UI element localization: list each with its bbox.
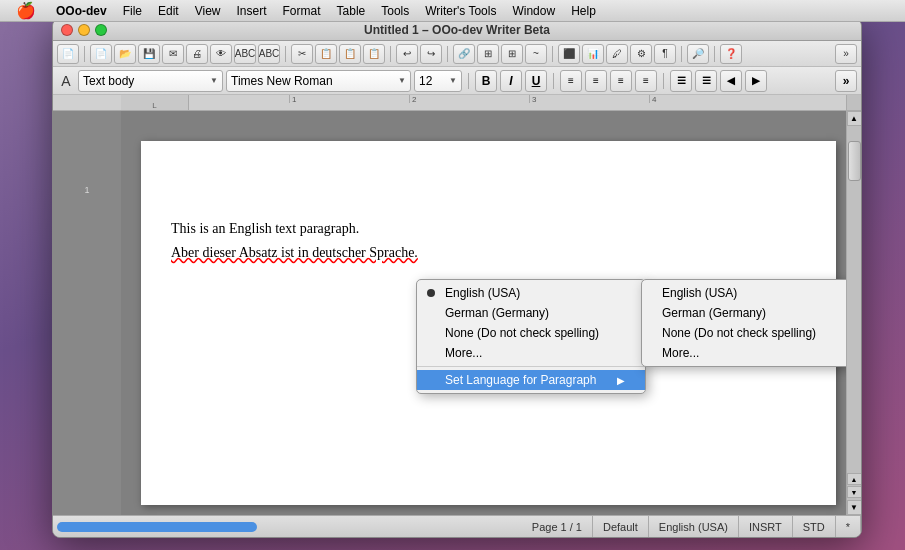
expand2-btn[interactable]: » <box>835 70 857 92</box>
mac-menubar: 🍎 OOo-dev File Edit View Insert Format T… <box>0 0 905 22</box>
menu-insert[interactable]: Insert <box>229 3 275 19</box>
size-dropdown[interactable]: 12 ▼ <box>414 70 462 92</box>
hyperlink-btn[interactable]: 🔗 <box>453 44 475 64</box>
insert2-btn[interactable]: 📊 <box>582 44 604 64</box>
sub-german-germany[interactable]: German (Germany) <box>642 303 846 323</box>
ctx-more-label: More... <box>445 346 482 360</box>
menu-edit[interactable]: Edit <box>150 3 187 19</box>
menu-tools[interactable]: Tools <box>373 3 417 19</box>
outdent-btn[interactable]: ◀ <box>720 70 742 92</box>
sub-more[interactable]: More... <box>642 343 846 363</box>
sep5 <box>552 46 553 62</box>
maximize-button[interactable] <box>95 24 107 36</box>
form-btn[interactable]: ⚙ <box>630 44 652 64</box>
sep8 <box>468 73 469 89</box>
sep2 <box>285 46 286 62</box>
bold-btn[interactable]: B <box>475 70 497 92</box>
ctx-none-spelling[interactable]: None (Do not check spelling) <box>417 323 645 343</box>
close-button[interactable] <box>61 24 73 36</box>
status-language: English (USA) <box>649 516 739 537</box>
expand-btn[interactable]: » <box>835 44 857 64</box>
sub-more-label: More... <box>662 346 699 360</box>
paste-btn[interactable]: 📋 <box>339 44 361 64</box>
scroll-thumb[interactable] <box>848 141 861 181</box>
para-btn[interactable]: ¶ <box>654 44 676 64</box>
redo-btn[interactable]: ↪ <box>420 44 442 64</box>
sub-none-spelling-label: None (Do not check spelling) <box>662 326 816 340</box>
email-btn[interactable]: ✉ <box>162 44 184 64</box>
vertical-scrollbar[interactable]: ▲ ▲ ▼ ▼ <box>846 111 861 515</box>
draw-btn[interactable]: 🖊 <box>606 44 628 64</box>
ruler-mark-4: 4 <box>649 95 656 103</box>
scroll-up-arrow[interactable]: ▲ <box>847 111 862 126</box>
ctx-set-language-label: Set Language for Paragraph <box>445 373 596 387</box>
numlist-btn[interactable]: ☰ <box>695 70 717 92</box>
font-dropdown-label: Times New Roman <box>231 74 333 88</box>
undo-btn[interactable]: ↩ <box>396 44 418 64</box>
ctx-german-germany[interactable]: German (Germany) <box>417 303 645 323</box>
open-btn[interactable]: 📂 <box>114 44 136 64</box>
toolbar-row-1: 📄 📄 📂 💾 ✉ 🖨 👁 ABC ABC ✂ 📋 📋 📋 ↩ ↪ 🔗 ⊞ ⊞ … <box>53 41 861 67</box>
underline-btn[interactable]: U <box>525 70 547 92</box>
align-center-btn[interactable]: ≡ <box>585 70 607 92</box>
tilde-btn[interactable]: ~ <box>525 44 547 64</box>
paste-special-btn[interactable]: 📋 <box>363 44 385 64</box>
insert-btn[interactable]: ⬛ <box>558 44 580 64</box>
status-progress <box>53 522 522 532</box>
find-btn[interactable]: 🔎 <box>687 44 709 64</box>
new-btn[interactable]: 📄 <box>90 44 112 64</box>
menu-view[interactable]: View <box>187 3 229 19</box>
scroll-up2-arrow[interactable]: ▲ <box>847 473 862 485</box>
window-controls <box>61 24 107 36</box>
titlebar: Untitled 1 – OOo-dev Writer Beta <box>53 19 861 41</box>
font-dropdown[interactable]: Times New Roman ▼ <box>226 70 411 92</box>
statusbar: Page 1 / 1 Default English (USA) INSRT S… <box>53 515 861 537</box>
table2-btn[interactable]: ⊞ <box>501 44 523 64</box>
progress-bar <box>57 522 257 532</box>
save-btn[interactable]: 💾 <box>138 44 160 64</box>
sub-none-spelling[interactable]: None (Do not check spelling) <box>642 323 846 343</box>
style-icon[interactable]: 📄 <box>57 44 79 64</box>
sep6 <box>681 46 682 62</box>
submenu-arrow-icon: ▶ <box>617 375 625 386</box>
table-btn[interactable]: ⊞ <box>477 44 499 64</box>
ctx-none-spelling-label: None (Do not check spelling) <box>445 326 599 340</box>
apple-menu[interactable]: 🍎 <box>8 0 44 21</box>
align-left-btn[interactable]: ≡ <box>560 70 582 92</box>
menu-window[interactable]: Window <box>504 3 563 19</box>
ctx-set-language[interactable]: Set Language for Paragraph ▶ <box>417 370 645 390</box>
sub-english-usa[interactable]: English (USA) <box>642 283 846 303</box>
german-paragraph: Aber dieser Absatz ist in deutscher Spra… <box>171 245 806 261</box>
align-justify-btn[interactable]: ≡ <box>635 70 657 92</box>
menu-help[interactable]: Help <box>563 3 604 19</box>
style-dropdown[interactable]: Text body ▼ <box>78 70 223 92</box>
size-dropdown-label: 12 <box>419 74 432 88</box>
scroll-down-arrow[interactable]: ▼ <box>847 500 862 515</box>
list-btn[interactable]: ☰ <box>670 70 692 92</box>
minimize-button[interactable] <box>78 24 90 36</box>
preview-btn[interactable]: 👁 <box>210 44 232 64</box>
spellcheck2-btn[interactable]: ABC <box>258 44 280 64</box>
italic-btn[interactable]: I <box>500 70 522 92</box>
ctx-english-usa[interactable]: English (USA) <box>417 283 645 303</box>
status-page: Page 1 / 1 <box>522 516 593 537</box>
sep4 <box>447 46 448 62</box>
scroll-down2-arrow[interactable]: ▼ <box>847 486 862 498</box>
align-right-btn[interactable]: ≡ <box>610 70 632 92</box>
menu-table[interactable]: Table <box>329 3 374 19</box>
print-btn[interactable]: 🖨 <box>186 44 208 64</box>
ctx-more[interactable]: More... <box>417 343 645 363</box>
cut-btn[interactable]: ✂ <box>291 44 313 64</box>
menu-format[interactable]: Format <box>275 3 329 19</box>
menu-file[interactable]: File <box>115 3 150 19</box>
copy-btn[interactable]: 📋 <box>315 44 337 64</box>
indent-btn[interactable]: ▶ <box>745 70 767 92</box>
sub-english-usa-label: English (USA) <box>662 286 737 300</box>
ctx-german-germany-label: German (Germany) <box>445 306 549 320</box>
ruler-content: 1 2 3 4 <box>189 95 846 110</box>
menu-writers-tools[interactable]: Writer's Tools <box>417 3 504 19</box>
spellcheck-btn[interactable]: ABC <box>234 44 256 64</box>
sep7 <box>714 46 715 62</box>
help-btn[interactable]: ❓ <box>720 44 742 64</box>
menu-ooodev[interactable]: OOo-dev <box>48 3 115 19</box>
